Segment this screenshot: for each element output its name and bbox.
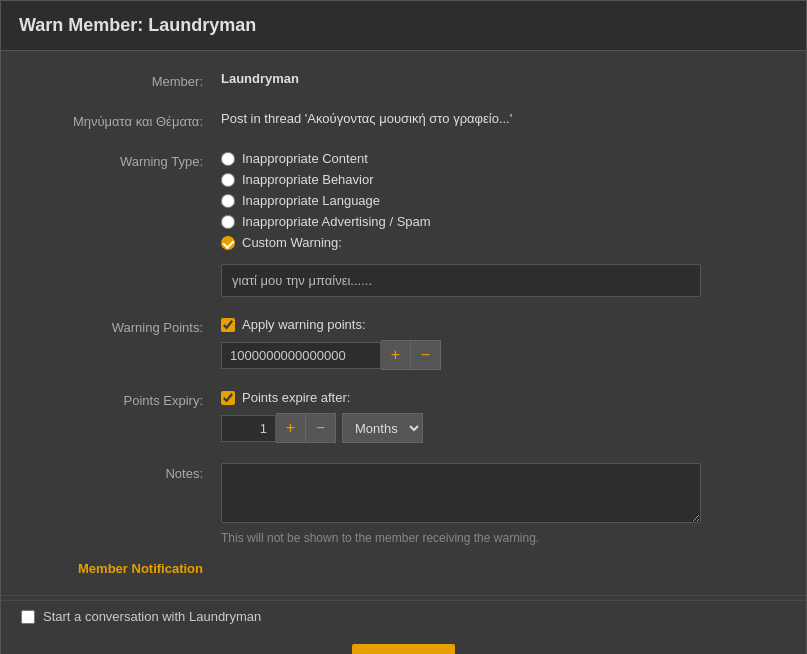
thread-link: Post in thread 'Ακούγοντας μουσική στο γ…: [221, 111, 512, 126]
member-row: Member: Laundryman: [1, 61, 806, 101]
start-convo-row: Start a conversation with Laundryman: [1, 600, 806, 632]
apply-warning-points-checkbox-row: Apply warning points:: [221, 317, 786, 332]
notes-row: Notes: This will not be shown to the mem…: [1, 453, 806, 555]
apply-warning-points-label: Apply warning points:: [242, 317, 366, 332]
notes-hint: This will not be shown to the member rec…: [221, 531, 786, 545]
radio-inappropriate-language[interactable]: Inappropriate Language: [221, 193, 786, 208]
notes-label: Notes:: [21, 463, 221, 483]
warning-type-row: Warning Type: Inappropriate Content Inap…: [1, 141, 806, 307]
expiry-value-input[interactable]: [221, 415, 276, 442]
start-convo-label: Start a conversation with Laundryman: [43, 609, 261, 624]
radio-label-inappropriate-content: Inappropriate Content: [242, 151, 368, 166]
points-expiry-row: Points Expiry: Points expire after: + − …: [1, 380, 806, 453]
points-expire-label: Points expire after:: [242, 390, 350, 405]
months-select[interactable]: Months Days Weeks Years: [342, 413, 423, 443]
radio-label-custom-warning: Custom Warning:: [242, 235, 342, 250]
warning-type-label: Warning Type:: [21, 151, 221, 171]
radio-input-inappropriate-advertising[interactable]: [221, 215, 235, 229]
member-notification-row: Member Notification: [1, 555, 806, 591]
radio-input-inappropriate-language[interactable]: [221, 194, 235, 208]
warning-points-content: Apply warning points: + −: [221, 317, 786, 370]
warn-button-row: Warn: [1, 632, 806, 654]
warning-points-stepper: + −: [221, 340, 786, 370]
warning-points-row: Warning Points: Apply warning points: + …: [1, 307, 806, 380]
member-value: Laundryman: [221, 71, 786, 86]
warn-modal: Warn Member: Laundryman Member: Laundrym…: [0, 0, 807, 654]
modal-title: Warn Member: Laundryman: [1, 1, 806, 51]
radio-inappropriate-advertising[interactable]: Inappropriate Advertising / Spam: [221, 214, 786, 229]
expiry-minus-button[interactable]: −: [306, 413, 336, 443]
warning-points-minus-button[interactable]: −: [411, 340, 441, 370]
radio-inappropriate-content[interactable]: Inappropriate Content: [221, 151, 786, 166]
radio-label-inappropriate-language: Inappropriate Language: [242, 193, 380, 208]
messages-row: Μηνύματα και Θέματα: Post in thread 'Ακο…: [1, 101, 806, 141]
points-expire-checkbox-row: Points expire after:: [221, 390, 786, 405]
custom-warning-input[interactable]: [221, 264, 701, 297]
radio-input-inappropriate-content[interactable]: [221, 152, 235, 166]
warn-button[interactable]: Warn: [352, 644, 454, 654]
start-convo-checkbox[interactable]: [21, 610, 35, 624]
points-expiry-label: Points Expiry:: [21, 390, 221, 410]
radio-group: Inappropriate Content Inappropriate Beha…: [221, 151, 786, 297]
points-expire-checkbox[interactable]: [221, 391, 235, 405]
points-expiry-content: Points expire after: + − Months Days Wee…: [221, 390, 786, 443]
divider: [1, 595, 806, 596]
warning-type-options: Inappropriate Content Inappropriate Beha…: [221, 151, 786, 297]
expiry-stepper: + − Months Days Weeks Years: [221, 413, 786, 443]
radio-label-inappropriate-advertising: Inappropriate Advertising / Spam: [242, 214, 431, 229]
radio-label-inappropriate-behavior: Inappropriate Behavior: [242, 172, 374, 187]
notes-textarea[interactable]: [221, 463, 701, 523]
member-notification-label: Member Notification: [21, 561, 221, 576]
warning-points-plus-button[interactable]: +: [381, 340, 411, 370]
expiry-plus-button[interactable]: +: [276, 413, 306, 443]
custom-warning-checked-icon: [221, 236, 235, 250]
notes-content: This will not be shown to the member rec…: [221, 463, 786, 545]
messages-label: Μηνύματα και Θέματα:: [21, 111, 221, 131]
member-name: Laundryman: [221, 71, 299, 86]
messages-value: Post in thread 'Ακούγοντας μουσική στο γ…: [221, 111, 786, 126]
warning-points-input[interactable]: [221, 342, 381, 369]
radio-input-inappropriate-behavior[interactable]: [221, 173, 235, 187]
member-label: Member:: [21, 71, 221, 91]
radio-custom-warning[interactable]: Custom Warning:: [221, 235, 786, 250]
warning-points-label: Warning Points:: [21, 317, 221, 337]
apply-warning-points-checkbox[interactable]: [221, 318, 235, 332]
radio-inappropriate-behavior[interactable]: Inappropriate Behavior: [221, 172, 786, 187]
form-body: Member: Laundryman Μηνύματα και Θέματα: …: [1, 51, 806, 654]
